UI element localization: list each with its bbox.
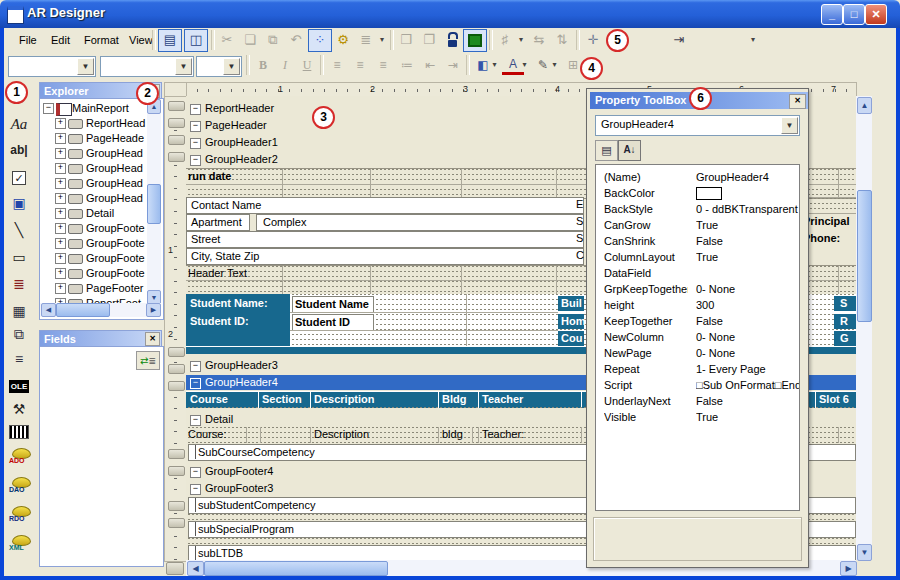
detail-course-field[interactable]: Course:	[188, 428, 227, 440]
close-icon[interactable]: ✕	[145, 332, 160, 346]
tree-item[interactable]: +GroupFoote	[40, 221, 148, 236]
list-icon[interactable]: ≔	[396, 55, 418, 75]
reorder-icon[interactable]: ≣	[355, 29, 377, 50]
collapse-icon[interactable]: −	[43, 103, 54, 114]
lock-icon[interactable]	[441, 29, 463, 50]
chevron-down-icon[interactable]: ▼	[781, 117, 798, 134]
scrollbar-thumb[interactable]	[56, 303, 110, 317]
frame-icon[interactable]: ▦	[5, 299, 33, 323]
expand-icon[interactable]: +	[55, 193, 66, 204]
counselor-label[interactable]: Cou	[558, 331, 584, 346]
italic-icon[interactable]: I	[274, 55, 296, 75]
student-name-field[interactable]: Student Name	[292, 296, 374, 313]
expand-icon[interactable]: +	[55, 283, 66, 294]
collapse-icon[interactable]: −	[190, 361, 201, 372]
chevron-down-icon[interactable]: ▼	[223, 58, 240, 75]
tree-item[interactable]: +GroupHead	[40, 161, 148, 176]
style-combo[interactable]: ▼	[100, 56, 194, 77]
outdent-icon[interactable]: ⇤	[419, 55, 441, 75]
expand-icon[interactable]: +	[55, 208, 66, 219]
band-grip[interactable]	[168, 518, 185, 528]
scroll-right-icon[interactable]: ▶	[840, 561, 857, 576]
scrollbar-thumb[interactable]	[147, 184, 161, 224]
align-more-icon[interactable]: ▾	[516, 29, 526, 50]
expand-icon[interactable]: +	[55, 148, 66, 159]
tree-item[interactable]: +GroupFoote	[40, 251, 148, 266]
chevron-down-icon[interactable]: ▾	[550, 55, 559, 75]
band-grip[interactable]	[168, 364, 185, 374]
property-row[interactable]: height300	[596, 297, 799, 313]
pages-icon[interactable]: ⧉	[5, 322, 33, 346]
title-bar[interactable]: AR Designer _ □ ✕	[0, 0, 900, 28]
property-row[interactable]: KeepTogetherFalse	[596, 313, 799, 329]
maximize-button[interactable]: □	[843, 4, 865, 25]
property-row[interactable]: Script□Sub OnFormat□End	[596, 377, 799, 393]
panel-toggle-icon[interactable]: ◫	[184, 29, 208, 52]
underline-icon[interactable]: U	[296, 55, 318, 75]
copy-icon[interactable]: ❏	[239, 29, 261, 50]
bring-to-front-icon[interactable]: ❒	[395, 29, 417, 50]
header-text-field[interactable]: Header Text	[188, 267, 247, 279]
column-section[interactable]: Section	[262, 393, 302, 405]
building-label[interactable]: Buil	[558, 296, 584, 311]
snap-plus-icon[interactable]: ✛	[582, 29, 604, 50]
align-center-icon[interactable]: ≡	[349, 55, 371, 75]
column-course[interactable]: Course	[190, 393, 228, 405]
property-row[interactable]: Repeat1- Every Page	[596, 361, 799, 377]
expand-icon[interactable]: +	[55, 238, 66, 249]
tree-item-mainreport[interactable]: − MainReport	[40, 101, 148, 116]
categorized-view-icon[interactable]: ▤	[595, 140, 618, 161]
richtext-icon[interactable]: ≣	[5, 272, 33, 296]
scrollbar-thumb[interactable]	[204, 561, 388, 576]
expand-icon[interactable]: +	[55, 268, 66, 279]
scroll-left-icon[interactable]: ◀	[187, 561, 204, 576]
property-row[interactable]: NewColumn0- None	[596, 329, 799, 345]
minimize-button[interactable]: _	[821, 4, 843, 25]
ado-datasource-icon[interactable]: ADO	[7, 448, 31, 474]
tree-item[interactable]: +Detail	[40, 206, 148, 221]
tree-item[interactable]: +GroupFoote	[40, 266, 148, 281]
fields-list[interactable]: ⇄≣	[39, 346, 164, 567]
apartment-field[interactable]: Apartment	[186, 214, 250, 231]
band-grip[interactable]	[168, 118, 185, 128]
paste-icon[interactable]: ⧉	[262, 29, 284, 50]
report-explorer-toggle-icon[interactable]: ▤	[158, 29, 182, 52]
object-selector-combo[interactable]: GroupHeader4 ▼	[595, 115, 800, 136]
student-id-label[interactable]: Student ID:	[190, 315, 249, 327]
collapse-icon[interactable]: −	[190, 467, 201, 478]
principal-label[interactable]: Principal	[803, 215, 849, 227]
align-left-icon[interactable]: ≡	[326, 55, 348, 75]
column-bldg[interactable]: Bldg	[442, 393, 466, 405]
property-row[interactable]: CanShrinkFalse	[596, 233, 799, 249]
ole-icon[interactable]: OLE	[5, 372, 33, 396]
column-teacher[interactable]: Teacher	[482, 393, 523, 405]
band-grip[interactable]	[168, 501, 185, 511]
scrollbar-thumb[interactable]	[857, 190, 872, 322]
barcode-icon[interactable]	[5, 422, 33, 446]
scroll-up-icon[interactable]: ▲	[857, 97, 872, 114]
collapse-icon[interactable]: −	[190, 104, 201, 115]
menu-file[interactable]: File	[12, 31, 44, 49]
label-icon[interactable]: Aa	[5, 112, 33, 136]
close-button[interactable]: ✕	[865, 4, 887, 25]
grid-icon[interactable]	[463, 29, 487, 52]
tree-item[interactable]: +PageHeade	[40, 131, 148, 146]
toolbar-more-icon[interactable]: ▾	[377, 29, 387, 50]
printer-icon[interactable]: ≡	[5, 347, 33, 371]
band-grip[interactable]	[168, 152, 185, 162]
expand-icon[interactable]: +	[55, 253, 66, 264]
scroll-left-icon[interactable]: ◀	[41, 303, 56, 317]
detail-bldg-field[interactable]: bldg	[442, 428, 463, 440]
page-setup-icon[interactable]: ⚙	[332, 29, 354, 50]
tools-icon[interactable]: ⚒	[5, 397, 33, 421]
font-size-combo[interactable]: ▼	[196, 56, 242, 77]
chevron-down-icon[interactable]: ▾	[520, 55, 529, 75]
band-grip[interactable]	[166, 562, 184, 575]
size-to-grid-icon[interactable]: ⇥	[668, 29, 690, 50]
xml-datasource-icon[interactable]: XML	[7, 535, 31, 561]
collapse-icon[interactable]: −	[190, 138, 201, 149]
tree-item[interactable]: +GroupFoote	[40, 236, 148, 251]
send-to-back-icon[interactable]: ❐	[418, 29, 440, 50]
student-id-field[interactable]: Student ID	[292, 314, 374, 331]
property-row[interactable]: NewPage0- None	[596, 345, 799, 361]
